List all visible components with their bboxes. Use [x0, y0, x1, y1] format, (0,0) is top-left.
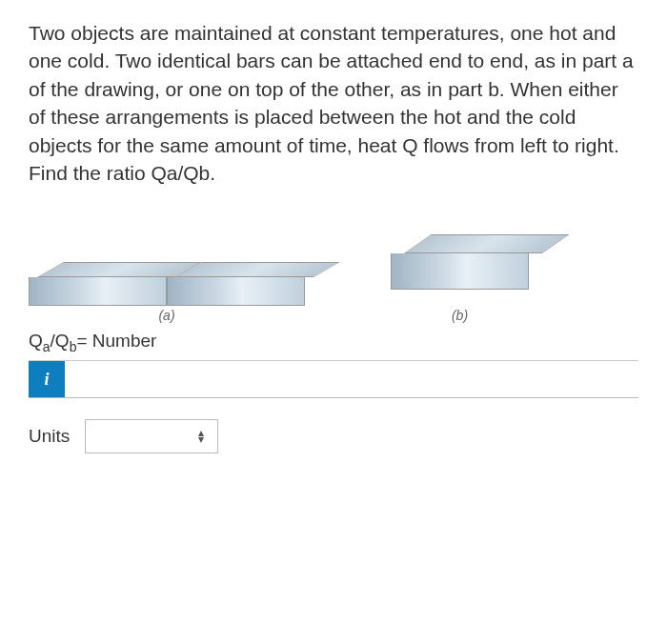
- figure-label-b: (b): [452, 308, 468, 323]
- info-icon[interactable]: i: [29, 361, 65, 397]
- answer-section: Qa/Qb= Number i Units ▴▾: [29, 331, 638, 453]
- ratio-sub-a: a: [43, 339, 51, 354]
- bar-bottom-stack: [391, 267, 529, 300]
- answer-ratio-label: Qa/Qb= Number: [29, 331, 638, 354]
- chevron-updown-icon: ▴▾: [198, 430, 204, 443]
- bar-right: [167, 262, 305, 300]
- figure-label-a: (a): [158, 308, 174, 323]
- ratio-q1: Q: [29, 331, 43, 351]
- question-text: Two objects are maintained at constant t…: [29, 19, 638, 187]
- bars-end-to-end: [29, 262, 305, 300]
- ratio-slash: /Q: [51, 331, 70, 351]
- figure-a: (a): [29, 262, 305, 323]
- answer-input-row: i: [29, 360, 638, 398]
- bars-stacked: [391, 234, 529, 300]
- bar-left: [29, 262, 167, 300]
- figure-b: (b): [391, 234, 529, 323]
- ratio-suffix: = Number: [76, 331, 156, 351]
- answer-input[interactable]: [65, 361, 638, 397]
- bar-top-stack: [391, 234, 529, 268]
- figure-container: (a) (b): [29, 234, 638, 323]
- units-select[interactable]: ▴▾: [85, 419, 218, 453]
- units-label: Units: [29, 426, 70, 447]
- units-row: Units ▴▾: [29, 419, 638, 453]
